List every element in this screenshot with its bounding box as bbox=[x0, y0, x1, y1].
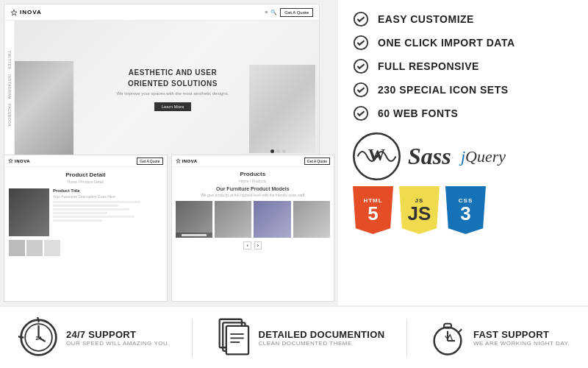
product-subtitle-text: Your Awesome Description Goes Here bbox=[53, 194, 162, 199]
sub-brand-1: INOVA bbox=[15, 159, 30, 163]
svg-marker-2 bbox=[176, 159, 180, 163]
svg-text:W: W bbox=[368, 145, 386, 164]
hero-subtitle: We improve your spaces with the most aes… bbox=[117, 91, 229, 96]
support-docs-subtitle: CLEAN DOCUMENTED THEME. bbox=[259, 340, 385, 347]
html-num: 5 bbox=[368, 204, 378, 223]
sub-logo-icon-2 bbox=[176, 158, 181, 163]
sass-text: Sass bbox=[408, 143, 451, 170]
grid-item-3 bbox=[254, 201, 290, 238]
support-247-text: 24/7 SUPPORT OUR SPEED WILL AMAZING YOU. bbox=[66, 329, 170, 347]
support-docs-title: DETAILED DOCUMENTION bbox=[259, 329, 385, 340]
css-num: 3 bbox=[460, 204, 470, 223]
hero-cta-btn[interactable]: Learn More bbox=[154, 102, 192, 111]
feature-label-2: ONE CLICK IMPORT DATA bbox=[378, 37, 515, 49]
svg-line-25 bbox=[459, 329, 462, 332]
screenshot-search-icon: 🔍 bbox=[270, 10, 277, 15]
products-title: Products bbox=[176, 171, 331, 177]
feature-icon-sets: 230 SPECIAL ICON SETS bbox=[353, 82, 573, 98]
grid-item-1 bbox=[176, 201, 212, 238]
product-main-img bbox=[9, 188, 49, 236]
product-info: Product Title Your Awesome Description G… bbox=[53, 188, 162, 236]
js-icon: JS bbox=[408, 204, 431, 223]
furniture-right-img bbox=[249, 65, 315, 153]
line5 bbox=[53, 216, 135, 218]
support-fast-title: FAST SUPPORT bbox=[473, 329, 570, 340]
main-layout: INOVA ≡ 🔍 Get A Quote Twitter Instagram … bbox=[0, 0, 588, 309]
pagination: ‹ › bbox=[176, 241, 331, 250]
sub-screenshot-product-detail: INOVA Get A Quote Product Detail Home / … bbox=[4, 155, 168, 302]
prev-btn[interactable]: ‹ bbox=[243, 241, 251, 250]
sub-quote-1: Get A Quote bbox=[137, 158, 162, 165]
furniture-left-img bbox=[15, 61, 74, 157]
tech-logos-row-1: W Sass . jQuery bbox=[353, 132, 573, 180]
hero-title-1: AESTHETIC AND USER bbox=[117, 67, 229, 78]
support-docs-text: DETAILED DOCUMENTION CLEAN DOCUMENTED TH… bbox=[259, 329, 385, 347]
svg-rect-18 bbox=[226, 326, 248, 355]
thumb-3 bbox=[44, 240, 60, 256]
hero-title-2: ORIENTED SOLUTIONS bbox=[117, 78, 229, 89]
screenshot-quote-btn: Get A Quote bbox=[280, 8, 313, 17]
support-247-title: 24/7 SUPPORT bbox=[66, 329, 170, 340]
social-twitter: Twitter bbox=[7, 51, 12, 70]
line6 bbox=[53, 219, 102, 222]
check-icon-3 bbox=[353, 58, 369, 74]
product-detail-layout: Product Title Your Awesome Description G… bbox=[9, 188, 162, 236]
product-title-text: Product Title bbox=[53, 188, 162, 193]
inova-logo-icon bbox=[10, 9, 18, 16]
screenshot-navbar: INOVA ≡ 🔍 Get A Quote bbox=[4, 4, 319, 21]
product-grid bbox=[176, 201, 331, 238]
hero-text-block: AESTHETIC AND USER ORIENTED SOLUTIONS We… bbox=[117, 67, 229, 111]
sub-quote-2: Get A Quote bbox=[304, 158, 330, 165]
product-thumbnails bbox=[9, 240, 162, 256]
page-wrapper: INOVA ≡ 🔍 Get A Quote Twitter Instagram … bbox=[0, 0, 588, 368]
svg-marker-0 bbox=[11, 10, 17, 15]
css3-badge: CSS 3 bbox=[445, 186, 486, 234]
furniture-title: Our Furniture Product Models bbox=[176, 186, 331, 191]
feature-label-1: EASY CUSTOMIZE bbox=[378, 13, 474, 25]
grid-item-2 bbox=[215, 201, 251, 238]
support-247-subtitle: OUR SPEED WILL AMAZING YOU. bbox=[66, 340, 170, 347]
support-247: 24 24/7 SUPPORT OUR SPEED WILL AMAZING Y… bbox=[18, 317, 170, 358]
thumb-1 bbox=[9, 240, 25, 256]
support-fast: FAST SUPPORT WE ARE WORKING NIGHT DAY. bbox=[429, 317, 570, 358]
social-facebook: Facebook bbox=[7, 104, 12, 127]
sub-screenshots-row: INOVA Get A Quote Product Detail Home / … bbox=[4, 155, 334, 302]
support-bar: 24 24/7 SUPPORT OUR SPEED WILL AMAZING Y… bbox=[0, 305, 588, 368]
line4 bbox=[53, 212, 107, 214]
support-docs: DETAILED DOCUMENTION CLEAN DOCUMENTED TH… bbox=[215, 317, 385, 358]
screenshot-brand: INOVA bbox=[20, 9, 42, 15]
sass-dot: . bbox=[452, 153, 453, 160]
next-btn[interactable]: › bbox=[254, 241, 262, 250]
feature-one-click-import: ONE CLICK IMPORT DATA bbox=[353, 35, 573, 51]
products-breadcrumb: Home / Products bbox=[176, 179, 331, 183]
js-badge: JS JS bbox=[399, 186, 440, 234]
hero-nav-dots bbox=[270, 149, 286, 153]
divider-1 bbox=[192, 319, 193, 356]
social-instagram: Instagram bbox=[7, 74, 12, 99]
support-fast-text: FAST SUPPORT WE ARE WORKING NIGHT DAY. bbox=[473, 329, 570, 347]
feature-full-responsive: FULL RESPONSIVE bbox=[353, 58, 573, 74]
line1 bbox=[53, 201, 140, 203]
check-icon-1 bbox=[353, 11, 369, 27]
line3 bbox=[53, 208, 129, 210]
document-icon bbox=[215, 317, 251, 358]
wordpress-logo: W bbox=[353, 132, 401, 180]
svg-text:24: 24 bbox=[35, 335, 42, 342]
product-detail-title: Product Detail bbox=[9, 171, 162, 178]
html5-badge: HTML 5 bbox=[353, 186, 393, 234]
check-icon-5 bbox=[353, 105, 369, 121]
sub-screenshot-products: INOVA Get A Quote Products Home / Produc… bbox=[171, 155, 335, 302]
feature-label-4: 230 SPECIAL ICON SETS bbox=[378, 84, 509, 96]
feature-web-fonts: 60 WEB FONTS bbox=[353, 105, 573, 121]
timer-icon bbox=[429, 317, 466, 358]
features-list: EASY CUSTOMIZE ONE CLICK IMPORT DATA bbox=[353, 11, 573, 121]
main-screenshot: INOVA ≡ 🔍 Get A Quote Twitter Instagram … bbox=[4, 4, 320, 158]
screenshot-menu-icon: ≡ bbox=[265, 10, 268, 15]
feature-label-5: 60 WEB FONTS bbox=[378, 107, 458, 119]
svg-marker-1 bbox=[9, 159, 13, 163]
product-detail-breadcrumb: Home / Product Detail bbox=[9, 180, 162, 184]
divider-2 bbox=[406, 319, 407, 356]
feature-label-3: FULL RESPONSIVE bbox=[378, 60, 479, 72]
line2 bbox=[53, 205, 118, 207]
sub-logo-icon-1 bbox=[8, 158, 13, 163]
